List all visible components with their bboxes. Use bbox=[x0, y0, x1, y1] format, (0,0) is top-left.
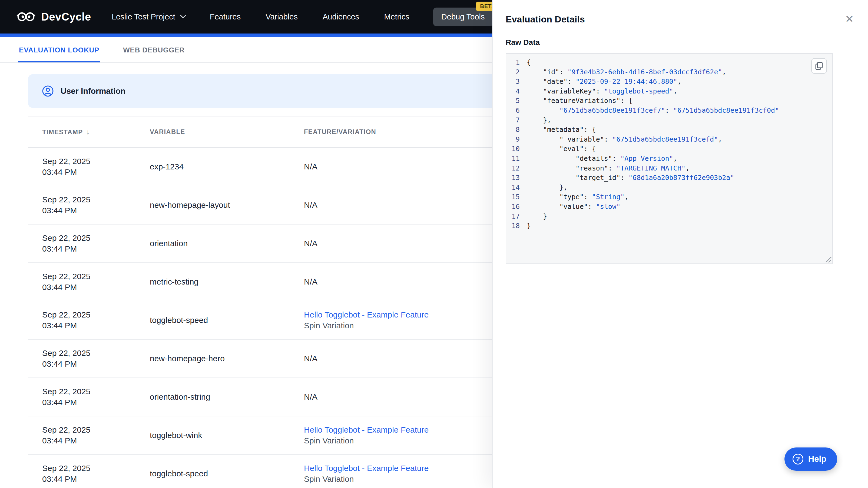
row-variable: orientation bbox=[150, 239, 188, 248]
row-date: Sep 22, 2025 bbox=[42, 194, 150, 205]
line-number: 15 bbox=[506, 192, 527, 202]
timestamp-cell: Sep 22, 2025 03:44 PM bbox=[28, 424, 150, 446]
tab-web-debugger[interactable]: WEB DEBUGGER bbox=[122, 37, 186, 62]
row-variable: orientation-string bbox=[150, 392, 210, 401]
timestamp-cell: Sep 22, 2025 03:44 PM bbox=[28, 310, 150, 331]
row-date: Sep 22, 2025 bbox=[42, 271, 150, 282]
line-number: 5 bbox=[506, 96, 527, 106]
raw-data-label: Raw Data bbox=[506, 38, 855, 47]
row-variable: new-homepage-hero bbox=[150, 354, 225, 363]
row-time: 03:44 PM bbox=[42, 435, 150, 446]
timestamp-cell: Sep 22, 2025 03:44 PM bbox=[28, 156, 150, 177]
nav-item-audiences[interactable]: Audiences bbox=[322, 12, 359, 21]
line-number: 4 bbox=[506, 87, 527, 96]
variable-cell: togglebot-wink bbox=[150, 431, 304, 440]
code-line: 4 "variableKey": "togglebot-speed", bbox=[506, 87, 832, 96]
line-number: 9 bbox=[506, 135, 527, 144]
code-line: 8 "metadata": { bbox=[506, 125, 832, 135]
row-time: 03:44 PM bbox=[42, 359, 150, 369]
code-line: 17 } bbox=[506, 212, 832, 221]
resize-grip-icon bbox=[825, 256, 832, 263]
row-variable: togglebot-speed bbox=[150, 469, 208, 478]
row-date: Sep 22, 2025 bbox=[42, 463, 150, 474]
evaluation-details-panel: Evaluation Details ✕ Raw Data 1{2 "id": … bbox=[492, 0, 868, 488]
code-line: 2 "id": "9f3e4b32-6ebb-4d16-8bef-03dccf3… bbox=[506, 67, 832, 77]
row-time: 03:44 PM bbox=[42, 320, 150, 331]
banner-title: User Information bbox=[61, 87, 125, 96]
timestamp-cell: Sep 22, 2025 03:44 PM bbox=[28, 386, 150, 408]
row-date: Sep 22, 2025 bbox=[42, 348, 150, 359]
line-number: 11 bbox=[506, 154, 527, 163]
help-label: Help bbox=[808, 454, 826, 464]
code-line: 13 "target_id": "68d1a6a20b873ff62e903b2… bbox=[506, 173, 832, 183]
row-date: Sep 22, 2025 bbox=[42, 310, 150, 320]
line-number: 1 bbox=[506, 58, 527, 67]
project-selector[interactable]: Leslie Test Project bbox=[112, 12, 186, 21]
main-nav: Features Variables Audiences Metrics bbox=[210, 12, 409, 21]
user-circle-icon bbox=[42, 86, 54, 97]
line-number: 10 bbox=[506, 144, 527, 154]
code-line: 5 "featureVariations": { bbox=[506, 96, 832, 106]
variable-cell: orientation bbox=[150, 239, 304, 248]
row-time: 03:44 PM bbox=[42, 167, 150, 177]
variable-cell: togglebot-speed bbox=[150, 469, 304, 478]
row-variable: togglebot-wink bbox=[150, 431, 202, 440]
variable-cell: exp-1234 bbox=[150, 162, 304, 171]
raw-data-codeblock: 1{2 "id": "9f3e4b32-6ebb-4d16-8bef-03dcc… bbox=[506, 53, 833, 264]
nav-item-variables[interactable]: Variables bbox=[266, 12, 298, 21]
code-line: 16 "value": "slow" bbox=[506, 202, 832, 212]
code-line: 11 "details": "App Version", bbox=[506, 154, 832, 163]
row-time: 03:44 PM bbox=[42, 397, 150, 408]
code-lines: 1{2 "id": "9f3e4b32-6ebb-4d16-8bef-03dcc… bbox=[506, 58, 832, 231]
variable-cell: new-homepage-layout bbox=[150, 200, 304, 210]
row-variable: exp-1234 bbox=[150, 162, 184, 171]
variable-cell: metric-testing bbox=[150, 277, 304, 286]
row-variable: metric-testing bbox=[150, 277, 198, 286]
line-number: 13 bbox=[506, 173, 527, 183]
timestamp-cell: Sep 22, 2025 03:44 PM bbox=[28, 348, 150, 369]
variable-cell: new-homepage-hero bbox=[150, 354, 304, 363]
row-variable: togglebot-speed bbox=[150, 316, 208, 325]
column-header-variable[interactable]: VARIABLE bbox=[150, 128, 304, 136]
help-question-icon: ? bbox=[793, 454, 803, 464]
timestamp-cell: Sep 22, 2025 03:44 PM bbox=[28, 463, 150, 485]
line-number: 3 bbox=[506, 77, 527, 87]
devcycle-logo[interactable]: DevCycle bbox=[16, 10, 91, 24]
debug-tools-button[interactable]: BETA Debug Tools bbox=[433, 7, 493, 26]
row-date: Sep 22, 2025 bbox=[42, 156, 150, 167]
nav-item-features[interactable]: Features bbox=[210, 12, 241, 21]
code-line: 12 "reason": "TARGETING_MATCH", bbox=[506, 163, 832, 173]
devcycle-logo-icon bbox=[16, 10, 36, 24]
close-icon[interactable]: ✕ bbox=[845, 13, 854, 24]
line-number: 14 bbox=[506, 183, 527, 192]
nav-item-metrics[interactable]: Metrics bbox=[384, 12, 409, 21]
sort-desc-icon: ↓ bbox=[86, 128, 90, 136]
variable-cell: togglebot-speed bbox=[150, 316, 304, 325]
code-line: 10 "eval": { bbox=[506, 144, 832, 154]
row-time: 03:44 PM bbox=[42, 474, 150, 485]
tab-evaluation-lookup[interactable]: EVALUATION LOOKUP bbox=[18, 37, 100, 62]
timestamp-cell: Sep 22, 2025 03:44 PM bbox=[28, 194, 150, 216]
line-number: 6 bbox=[506, 106, 527, 116]
code-line: 7 }, bbox=[506, 116, 832, 125]
row-variable: new-homepage-layout bbox=[150, 200, 230, 209]
column-header-timestamp[interactable]: TIMESTAMP↓ bbox=[28, 128, 150, 136]
code-line: 15 "type": "String", bbox=[506, 192, 832, 202]
row-date: Sep 22, 2025 bbox=[42, 233, 150, 243]
code-line: 1{ bbox=[506, 58, 832, 67]
panel-title: Evaluation Details bbox=[506, 14, 855, 25]
resize-handle[interactable] bbox=[825, 256, 832, 263]
help-button[interactable]: ? Help bbox=[784, 448, 837, 471]
project-name: Leslie Test Project bbox=[112, 12, 175, 21]
copy-icon bbox=[815, 62, 823, 70]
timestamp-header-label: TIMESTAMP bbox=[42, 128, 83, 136]
line-number: 18 bbox=[506, 221, 527, 231]
brand-name: DevCycle bbox=[41, 11, 91, 23]
row-date: Sep 22, 2025 bbox=[42, 386, 150, 397]
copy-button[interactable] bbox=[811, 58, 827, 74]
line-number: 17 bbox=[506, 212, 527, 221]
chevron-down-icon bbox=[180, 15, 186, 19]
row-date: Sep 22, 2025 bbox=[42, 424, 150, 435]
row-time: 03:44 PM bbox=[42, 282, 150, 293]
row-time: 03:44 PM bbox=[42, 243, 150, 254]
